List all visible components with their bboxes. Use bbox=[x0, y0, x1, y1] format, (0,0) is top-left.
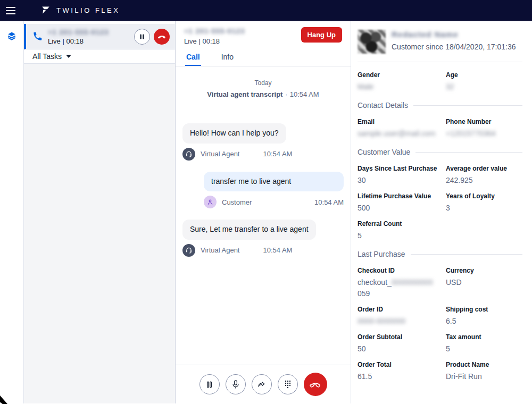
section-line bbox=[413, 105, 522, 106]
field-age: Age 32 bbox=[446, 71, 522, 91]
email-value-redacted: sample.user@mail.com bbox=[358, 129, 435, 138]
task-text: +1 201-555-0123 Live | 00:18 bbox=[48, 28, 109, 45]
field-label: Years of Loyalty bbox=[446, 192, 522, 200]
field-order-id: Order ID 0000-0000000 bbox=[358, 306, 446, 325]
field-label: Average order value bbox=[446, 165, 522, 172]
customer-photo-redacted bbox=[358, 30, 386, 54]
field-value: Dri-Fit Run bbox=[446, 372, 522, 381]
field-product-name: Product Name Dri-Fit Run bbox=[446, 361, 522, 381]
microphone-icon bbox=[231, 380, 240, 389]
field-value: 50 bbox=[358, 344, 446, 353]
field-value: 30 bbox=[358, 176, 446, 184]
transcript-separator: · bbox=[285, 90, 287, 98]
age-value-redacted: 32 bbox=[446, 82, 454, 91]
field-years-of-loyalty: Years of Loyalty 3 bbox=[446, 192, 522, 212]
section-customer-value: Customer Value bbox=[358, 148, 522, 156]
phone-icon bbox=[32, 31, 43, 41]
transcript-title-row: Virtual agent transcript · 10:54 AM bbox=[182, 89, 344, 99]
top-navbar: TWILIO FLEX bbox=[0, 0, 532, 21]
task-actions bbox=[134, 29, 170, 45]
tab-call[interactable]: Call bbox=[185, 47, 201, 66]
call-controls bbox=[176, 365, 351, 403]
field-order-subtotal: Order Subtotal 50 bbox=[358, 333, 446, 353]
customer-value-fields: Days Since Last Purchase 30 Average orde… bbox=[358, 165, 522, 248]
section-title: Last Purchase bbox=[358, 250, 405, 258]
transcript-time: 10:54 AM bbox=[290, 90, 319, 98]
field-label: Order Subtotal bbox=[358, 333, 446, 341]
hang-up-circle-button[interactable] bbox=[304, 373, 327, 396]
menu-icon[interactable] bbox=[0, 0, 21, 21]
date-label: Today bbox=[182, 79, 344, 87]
pause-icon bbox=[206, 381, 213, 388]
hang-up-button[interactable]: Hang Up bbox=[301, 27, 342, 43]
field-label: Order Total bbox=[358, 361, 446, 368]
hold-call-button[interactable] bbox=[134, 29, 150, 45]
hangup-icon bbox=[310, 378, 321, 390]
field-value: 242.925 bbox=[446, 176, 522, 184]
field-label: Checkout ID bbox=[358, 267, 446, 274]
keypad-icon bbox=[284, 380, 292, 389]
section-contact-details: Contact Details bbox=[358, 101, 522, 110]
mute-button[interactable] bbox=[226, 374, 246, 394]
field-tax-amount: Tax amount 5 bbox=[446, 333, 522, 353]
customer-since: Customer since 18/04/2020, 17:01:36 bbox=[392, 43, 516, 51]
transfer-button[interactable] bbox=[252, 374, 272, 394]
message-bubble: Sure, Let me transfer to a live agent bbox=[182, 220, 316, 240]
customer-profile: Redacted Name Customer since 18/04/2020,… bbox=[358, 30, 522, 54]
divider bbox=[358, 62, 522, 62]
message-agent-1: Hello! How can I help you? Virtual Agent… bbox=[182, 123, 344, 161]
end-call-button-task[interactable] bbox=[154, 29, 170, 45]
field-label: Shipping cost bbox=[446, 306, 522, 313]
checkout-id-redacted: 0000000000 bbox=[392, 278, 433, 287]
customer-avatar bbox=[204, 196, 217, 208]
hamburger-icon bbox=[6, 7, 15, 14]
left-rail bbox=[0, 21, 24, 403]
field-label: Tax amount bbox=[446, 333, 522, 341]
tab-info[interactable]: Info bbox=[220, 47, 235, 66]
field-label: Product Name bbox=[446, 361, 522, 368]
pause-icon bbox=[139, 33, 145, 40]
message-author: Virtual Agent bbox=[201, 246, 239, 254]
field-shipping-cost: Shipping cost 6.5 bbox=[446, 306, 522, 325]
field-label: Currency bbox=[446, 267, 522, 274]
task-status: Live | 00:18 bbox=[48, 37, 109, 45]
phone-value-redacted: +12015770364 bbox=[446, 129, 496, 138]
task-filter-dropdown[interactable]: All Tasks bbox=[24, 49, 175, 64]
call-header-text: +1 201-555-0123 Live | 00:18 bbox=[184, 27, 245, 45]
active-call-task[interactable]: +1 201-555-0123 Live | 00:18 bbox=[24, 24, 175, 49]
section-line bbox=[411, 254, 523, 255]
message-meta: Virtual Agent 10:54 AM bbox=[182, 244, 344, 257]
field-currency: Currency USD bbox=[446, 267, 522, 298]
field-checkout-id: Checkout ID checkout_0000000000 059 bbox=[358, 267, 446, 298]
dialpad-button[interactable] bbox=[278, 374, 298, 394]
profile-text: Redacted Name Customer since 18/04/2020,… bbox=[392, 30, 516, 54]
field-label: Age bbox=[446, 71, 522, 79]
field-order-total: Order Total 61.5 bbox=[358, 361, 446, 381]
customer-info-panel: Redacted Name Customer since 18/04/2020,… bbox=[351, 21, 532, 403]
hold-button[interactable] bbox=[200, 374, 220, 394]
field-lifetime-purchase-value: Lifetime Purchase Value 500 bbox=[358, 192, 446, 212]
call-tabs: Call Info bbox=[176, 47, 351, 66]
field-phone-number: Phone Number +12015770364 bbox=[446, 118, 522, 138]
forward-arrow-icon bbox=[257, 380, 267, 389]
virtual-agent-avatar bbox=[182, 148, 195, 161]
gender-value-redacted: Male bbox=[358, 82, 373, 91]
field-email: Email sample.user@mail.com bbox=[358, 118, 446, 138]
basic-fields: Gender Male Age 32 bbox=[358, 71, 522, 99]
message-bubble: transfer me to live agent bbox=[204, 172, 344, 192]
section-title: Contact Details bbox=[358, 101, 408, 110]
task-filter-label: All Tasks bbox=[32, 52, 62, 61]
customer-name-redacted: Redacted Name bbox=[392, 30, 516, 39]
contact-fields: Email sample.user@mail.com Phone Number … bbox=[358, 118, 522, 146]
transcript-title: Virtual agent transcript bbox=[207, 90, 282, 98]
section-title: Customer Value bbox=[358, 148, 410, 156]
message-meta: Customer 10:54 AM bbox=[204, 196, 344, 208]
virtual-agent-avatar bbox=[182, 244, 195, 257]
section-last-purchase: Last Purchase bbox=[358, 250, 522, 258]
brand-text: TWILIO FLEX bbox=[56, 6, 120, 14]
person-icon bbox=[206, 198, 214, 206]
field-value: 500 bbox=[358, 204, 446, 212]
tasks-layers-icon[interactable] bbox=[6, 31, 17, 41]
field-average-order-value: Average order value 242.925 bbox=[446, 165, 522, 184]
twilio-flex-logo: TWILIO FLEX bbox=[40, 5, 120, 16]
